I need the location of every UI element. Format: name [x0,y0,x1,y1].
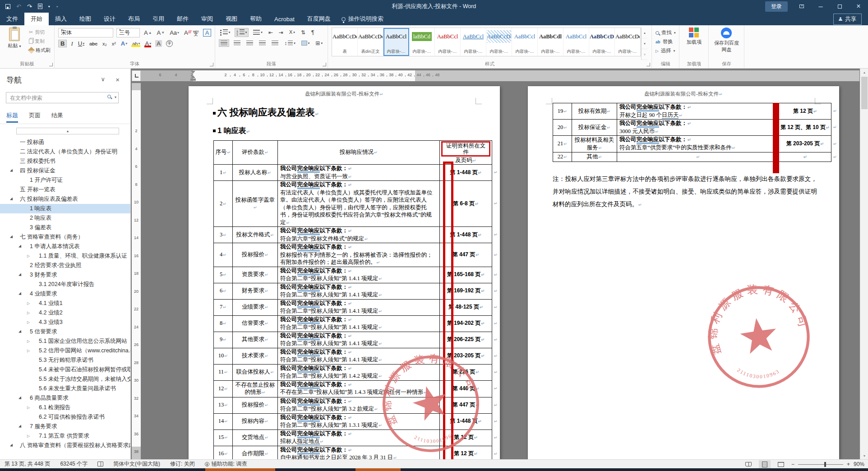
expand-arrow-icon[interactable]: ▷ [27,337,30,346]
font-dialog-launcher[interactable] [210,63,213,66]
tab-Acrobat[interactable]: Acrobat [268,13,301,25]
gallery-up-icon[interactable]: ▴ [642,28,648,38]
find-button[interactable]: 查找▾ [656,29,676,36]
nav-item[interactable]: 3.1 2024年度审计报告 [0,280,130,289]
save-to-netdisk-button[interactable]: 保存到百度网盘 [712,28,740,60]
decrease-indent-button[interactable]: ⇤ [267,28,274,37]
nav-tab-headings[interactable]: 标题 [6,111,18,123]
share-button[interactable]: 共享 [833,14,862,25]
nav-item[interactable]: ▷5.1 国家企业信用信息公示系统网站（www.g... [0,337,130,346]
character-shading-button[interactable]: A [155,40,162,47]
collapse-arrow-icon[interactable] [10,443,15,449]
increase-indent-button[interactable]: ⇥ [277,28,285,37]
underline-button[interactable]: U▾ [77,40,85,47]
character-border-button[interactable]: A [203,29,212,37]
zoom-slider[interactable] [798,464,843,465]
collapse-arrow-icon[interactable] [18,292,24,297]
copy-button[interactable]: 复制 [29,38,51,45]
nav-item[interactable]: 二 法定代表人（单位负责人）身份证明 [0,147,130,157]
bold-button[interactable]: B [58,40,67,47]
nav-item[interactable]: 5.3 无行贿犯罪承诺书 [0,356,130,365]
expand-arrow-icon[interactable]: ▷ [27,431,30,441]
nav-item[interactable]: ▷4.1 业绩1 [0,299,130,308]
style-item[interactable]: laBbCd内容块-… [409,28,435,56]
line-spacing-button[interactable]: ↕▾ [283,39,297,47]
tab-帮助[interactable]: 帮助 [244,13,268,25]
addins-button[interactable]: 加载项 [683,28,705,60]
page-indicator[interactable]: 第 13 页, 共 448 页 [5,460,50,468]
document-page-left[interactable]: 盘锦利源服装有限公司-投标文件↵ 六 投标响应表及偏差表↵ 1 响应表↵ 序号↵… [189,86,500,459]
language-indicator[interactable]: 简体中文(中国大陆) [113,460,160,468]
nav-item[interactable]: 1 申请人基本情况表 [0,242,130,251]
style-item[interactable]: AaBbCcDd内容块-… [615,28,641,56]
collapse-arrow-icon[interactable] [18,273,24,278]
tab-视图[interactable]: 视图 [219,13,244,25]
nav-item[interactable]: 七 资格审查资料（商务） [0,232,130,242]
collapse-arrow-icon[interactable] [18,245,24,250]
align-left-button[interactable] [219,39,229,47]
select-button[interactable]: ▷选择▾ [656,47,676,54]
numbering-button[interactable]: 123▾ [235,28,249,37]
nav-item[interactable]: 1 开户许可证 [0,175,130,185]
close-button[interactable]: × [849,0,868,13]
style-item[interactable]: AaBbCcl内容块-… [512,28,538,56]
distribute-button[interactable] [270,40,280,46]
nav-item[interactable]: ▷4.2 业绩2 [0,308,130,318]
font-color-button[interactable]: A▾ [144,40,152,47]
nav-chevron-icon[interactable]: ∨ [101,76,105,83]
print-layout-button[interactable] [759,460,771,468]
nav-close-icon[interactable]: × [115,76,120,83]
web-layout-button[interactable] [775,460,787,468]
tell-me-box[interactable]: 操作说明搜索 [342,13,383,25]
style-item[interactable]: AaBbCcDl内容块-… [486,28,512,56]
left-indent-marker[interactable] [190,78,196,81]
style-item[interactable]: AaBbCdl内容块-… [538,28,563,56]
nav-item[interactable]: 7 服务要求 [0,422,130,431]
nav-tab-results[interactable]: 结果 [51,111,63,123]
subscript-button[interactable]: x₂ [102,41,108,46]
nav-item[interactable]: 2 响应表 [0,213,130,223]
nav-search-icon[interactable] [107,95,111,98]
sign-in-button[interactable]: 登录 [765,1,788,12]
text-effects-button[interactable]: A▾ [120,40,128,47]
highlight-color-button[interactable]: ab▾ [131,41,141,46]
tab-审阅[interactable]: 审阅 [195,13,219,25]
nav-item[interactable]: 4 业绩要求 [0,289,130,299]
nav-item[interactable]: 5.6 未发生重大质量问题承诺书 [0,384,130,393]
nav-item[interactable]: 三 授权委托书 [0,157,130,166]
format-painter-button[interactable]: 格式刷 [29,47,51,54]
tab-布局[interactable]: 布局 [122,13,146,25]
nav-item[interactable]: ▷5.2 信用中国网站（www.creditchina.gov.cn） [0,346,130,356]
tab-开始[interactable]: 开始 [24,13,49,25]
tab-文件[interactable]: 文件 [0,13,24,25]
grow-font-button[interactable]: A▲ [143,29,153,36]
paste-button[interactable]: 粘贴 ▾ [4,28,25,60]
expand-arrow-icon[interactable]: ▷ [27,346,30,356]
asian-layout-button[interactable]: Ⅹ▾ [288,28,296,36]
read-mode-button[interactable] [743,460,754,468]
style-item[interactable]: AaBbCcDl内容块-… [589,28,615,56]
style-item[interactable]: AaBbCcl内容块-… [461,28,486,56]
expand-arrow-icon[interactable]: ▷ [27,403,30,412]
justify-button[interactable] [258,40,267,46]
collapse-arrow-icon[interactable] [10,197,15,203]
scrollbar-thumb[interactable] [861,77,868,109]
show-hide-marks-button[interactable]: ¶ [310,28,315,37]
nav-item[interactable]: 八 资格审查资料（需要根据投标人资格要求内容填... [0,441,130,450]
tab-邮件[interactable]: 邮件 [171,13,195,25]
nav-item[interactable]: 5.4 未被中国石油招标投标网暂停或取消投标... [0,365,130,374]
zoom-in-button[interactable]: + [847,461,850,467]
proofing-icon[interactable] [97,462,103,466]
zoom-out-button[interactable]: − [791,461,794,467]
track-changes-indicator[interactable]: 修订: 关闭 [170,460,195,468]
font-name-combo[interactable]: 宋体▾ [58,28,113,37]
expand-arrow-icon[interactable]: ▷ [27,251,30,261]
align-center-button[interactable] [232,40,242,46]
document-page-right[interactable]: 盘锦利源服装有限公司-投标文件↵ 19↵投标有效期↵我公司完全响应以下条款：↵开… [528,86,839,459]
zoom-level[interactable]: 90% [854,461,864,467]
strikethrough-button[interactable]: abc [88,41,98,46]
change-case-button[interactable]: Aa▾ [169,29,180,36]
scroll-up-icon[interactable]: ▲ [860,69,868,76]
align-right-button[interactable] [245,40,254,46]
clipboard-dialog-launcher[interactable] [49,63,53,66]
